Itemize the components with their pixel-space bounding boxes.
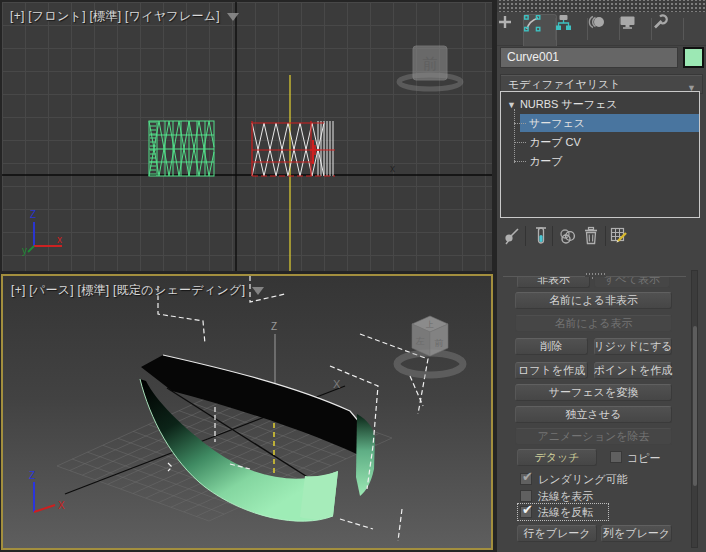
viewport-menu-icon[interactable]	[227, 13, 239, 21]
front-viewport-label[interactable]: [+] [フロント] [標準] [ワイヤフレーム]	[10, 8, 239, 25]
stack-toolbar	[497, 224, 706, 250]
copy-checkbox[interactable]	[610, 451, 622, 463]
toolbar-separator	[605, 226, 606, 246]
viewcube-left-face-label[interactable]: 左	[416, 336, 425, 346]
tab-separator	[555, 18, 556, 40]
modifier-stack[interactable]: ▼NURBS サーフェス サーフェス カーブ CV カーブ	[500, 91, 700, 218]
perspective-viewport[interactable]: [+] [パース] [標準] [既定のシェーディング] Y X	[1, 274, 493, 550]
renderable-checkbox-label[interactable]: レンダリング可能	[538, 472, 628, 487]
persp-viewport-label-text[interactable]: [+] [パース] [標準] [既定のシェーディング]	[11, 282, 245, 299]
break-row-button[interactable]: 行をブレーク	[517, 525, 597, 542]
convert-surface-button[interactable]: サーフェスを変換	[515, 384, 672, 401]
renderable-checkbox[interactable]: ✔	[520, 473, 532, 485]
viewcube-persp[interactable]: 上 左 前	[397, 316, 463, 375]
tab-utilities[interactable]	[651, 14, 683, 45]
persp-viewport-label[interactable]: [+] [パース] [標準] [既定のシェーディング]	[11, 282, 264, 299]
show-by-name-button[interactable]: 名前による表示	[515, 315, 672, 332]
tripod-x-label: x	[57, 234, 62, 245]
detach-button[interactable]: デタッチ	[517, 449, 597, 466]
stack-item-root[interactable]: ▼NURBS サーフェス	[501, 95, 699, 113]
green-wireframe-mesh[interactable]	[149, 121, 214, 176]
tree-line	[514, 109, 515, 163]
tab-separator	[587, 18, 588, 40]
tree-tick	[514, 161, 526, 162]
front-viewport-label-text[interactable]: [+] [フロント] [標準] [ワイヤフレーム]	[10, 8, 220, 25]
remove-modifier-icon[interactable]	[583, 226, 599, 246]
show-all-button[interactable]: すべて表示	[594, 277, 670, 288]
tab-hierarchy[interactable]	[555, 14, 587, 45]
tab-motion[interactable]	[587, 14, 619, 45]
command-panel-tabs	[497, 12, 706, 46]
persp-viewport-canvas[interactable]: Y X Z	[3, 276, 491, 548]
front-viewport-canvas[interactable]: x	[2, 2, 492, 271]
create-tab-icon	[497, 14, 513, 30]
tree-tick	[514, 142, 526, 143]
viewcube-top-face-label[interactable]: 上	[425, 320, 434, 329]
display-normals-checkbox[interactable]	[520, 490, 532, 502]
flip-normals-checkbox[interactable]: ✔	[520, 506, 532, 518]
expand-arrow-icon[interactable]: ▼	[507, 100, 516, 110]
tree-tick	[514, 123, 526, 124]
stack-item-label[interactable]: カーブ CV	[529, 136, 581, 148]
flip-normals-checkbox-label[interactable]: 法線を反転	[538, 505, 593, 520]
rollout-content: 非表示 すべて表示 名前による非表示 名前による表示 削除 リジッドにする ロフ…	[497, 277, 689, 552]
configure-modifier-sets-icon[interactable]	[610, 226, 630, 246]
show-end-result-icon[interactable]	[534, 226, 548, 246]
display-tab-icon	[619, 14, 636, 30]
tab-display[interactable]	[619, 14, 651, 45]
red-wireframe-mesh[interactable]	[252, 121, 335, 176]
hide-button[interactable]: 非表示	[517, 277, 590, 288]
object-name-input[interactable]: Curve001	[500, 47, 678, 68]
nurbs-surface-front-end-face	[300, 471, 338, 519]
stack-item-label[interactable]: サーフェス	[529, 117, 585, 129]
make-independent-button[interactable]: 独立させる	[515, 406, 672, 423]
remove-animation-button[interactable]: アニメーションを除去	[515, 428, 672, 445]
viewcube-front-face-label[interactable]: 前	[435, 338, 444, 348]
display-normals-checkbox-label[interactable]: 法線を表示	[538, 489, 593, 504]
make-rigid-button[interactable]: リジッドにする	[594, 338, 672, 355]
world-z-label: Z	[271, 321, 277, 332]
tripod-y-label: y	[22, 245, 27, 256]
motion-tab-icon	[587, 14, 605, 30]
break-col-button[interactable]: 列をブレーク	[601, 525, 672, 542]
panel-grab-handle[interactable]	[497, 0, 706, 12]
viewcube-front-face-label[interactable]: 前	[423, 55, 438, 72]
tab-modify[interactable]	[523, 14, 557, 46]
create-points-button[interactable]: ポイントを作成	[594, 362, 672, 379]
axis-tripod: Z x y	[22, 209, 62, 256]
tab-separator	[651, 18, 652, 40]
make-unique-icon[interactable]	[558, 227, 579, 245]
hide-by-name-button[interactable]: 名前による非表示	[515, 292, 672, 309]
viewcube-front-view[interactable]: 前	[399, 46, 461, 89]
stack-item-label[interactable]: カーブ	[529, 155, 563, 167]
grid-x-axis-label: x	[390, 163, 395, 174]
toolbar-separator	[525, 226, 526, 246]
tripod-z-label: Z	[30, 209, 36, 220]
panel-scrollbar[interactable]	[691, 270, 698, 548]
command-panel: Curve001 モディファイヤリスト ▼ ▼NURBS サーフェス サーフェス…	[497, 0, 706, 552]
tab-separator	[619, 18, 620, 40]
stack-item-curve-cv[interactable]: カーブ CV	[529, 133, 706, 151]
axis-tripod: Z X	[29, 470, 65, 512]
tab-separator	[683, 18, 684, 40]
create-loft-button[interactable]: ロフトを作成	[515, 362, 588, 379]
copy-checkbox-label[interactable]: コピー	[627, 451, 661, 466]
modifier-list-label: モディファイヤリスト	[508, 78, 621, 90]
delete-button[interactable]: 削除	[515, 338, 588, 355]
checkmark-icon: ✔	[522, 469, 533, 484]
tripod-z-label: Z	[29, 470, 35, 481]
utilities-tab-icon	[651, 14, 668, 31]
toolbar-separator	[552, 226, 553, 246]
pin-stack-icon[interactable]	[503, 227, 520, 246]
tripod-x-label: X	[58, 500, 65, 511]
modify-tab-icon	[524, 15, 541, 32]
scrollbar-thumb[interactable]	[693, 326, 697, 486]
stack-item-surface[interactable]: サーフェス	[529, 114, 706, 132]
front-viewport[interactable]: [+] [フロント] [標準] [ワイヤフレーム] x	[2, 2, 492, 271]
viewport-menu-icon[interactable]	[252, 287, 264, 295]
stack-item-curve[interactable]: カーブ	[529, 152, 706, 170]
checkmark-icon: ✔	[522, 502, 533, 517]
grid-x-label: X	[333, 378, 341, 390]
object-color-swatch[interactable]	[683, 47, 704, 68]
stack-root-label[interactable]: NURBS サーフェス	[520, 98, 618, 110]
